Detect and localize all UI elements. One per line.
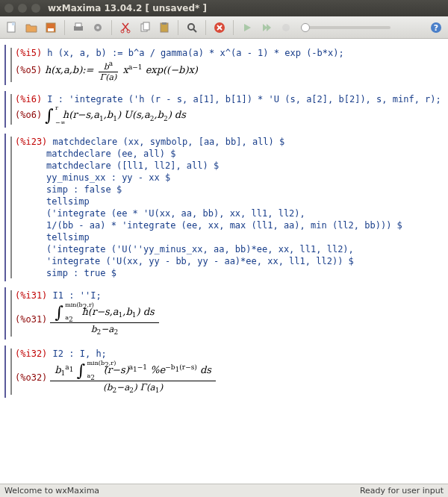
output-label: (%o5) <box>15 65 42 75</box>
svg-point-19 <box>282 24 290 31</box>
input-label: (%i23) <box>15 137 47 147</box>
cell-i23: (%i23) matchdeclare (xx, symbolp, [aa, b… <box>4 134 445 281</box>
output-label: (%o31) <box>15 314 47 325</box>
print-button[interactable] <box>69 19 87 37</box>
input-code[interactable]: I2 : I, h; <box>53 348 107 359</box>
new-file-button[interactable] <box>3 19 21 37</box>
toolbar-separator <box>178 20 178 35</box>
main-toolbar: ? <box>0 16 448 39</box>
window-titlebar: wxMaxima 13.04.2 [ unsaved* ] <box>0 0 448 16</box>
svg-rect-5 <box>75 23 81 27</box>
maximize-icon[interactable] <box>31 4 40 13</box>
input-code[interactable]: tellsimp <box>46 196 90 207</box>
save-file-button[interactable] <box>42 19 60 37</box>
window-controls <box>4 4 40 13</box>
input-code[interactable]: 1/(bb - aa) * 'integrate (ee, xx, max (l… <box>46 220 402 231</box>
toolbar-separator <box>233 20 234 35</box>
stop-button[interactable] <box>211 19 228 37</box>
worksheet-area[interactable]: (%i5) h (x, a, b) := b^a / gamma(a) * x^… <box>0 39 448 484</box>
toolbar-separator <box>111 20 112 35</box>
input-label: (%i31) <box>15 290 47 301</box>
cell-i6: (%i6) I : 'integrate ('h (r - s, a[1], b… <box>4 91 445 128</box>
copy-button[interactable] <box>136 19 154 37</box>
input-code[interactable]: ('integrate ('U(''yy_minus_xx, aa, bb)*e… <box>46 244 354 254</box>
help-button[interactable]: ? <box>427 19 445 37</box>
animation-slider[interactable] <box>301 26 391 29</box>
output-math: h(x,a,b):= baΓ(a) xa−1 exp((−b)x) <box>45 64 198 75</box>
input-label: (%i32) <box>15 348 47 359</box>
svg-line-15 <box>193 29 196 32</box>
svg-text:?: ? <box>434 23 438 33</box>
close-icon[interactable] <box>4 4 13 13</box>
input-code[interactable]: matchdeclare ([ll1, ll2], all) $ <box>46 160 219 171</box>
input-code[interactable]: tellsimp <box>46 232 90 243</box>
play-all-button[interactable] <box>258 19 276 37</box>
cell-i5: (%i5) h (x, a, b) := b^a / gamma(a) * x^… <box>4 45 445 85</box>
svg-rect-3 <box>48 28 54 31</box>
svg-point-7 <box>96 26 99 29</box>
input-label: (%i6) <box>15 94 42 104</box>
input-code[interactable]: I : 'integrate ('h (r - s, a[1], b[1]) *… <box>47 94 441 104</box>
window-title: wxMaxima 13.04.2 [ unsaved* ] <box>48 3 207 13</box>
input-code[interactable]: ('integrate (ee * 'U(xx, aa, bb), xx, ll… <box>46 208 305 219</box>
input-code[interactable]: h (x, a, b) := b^a / gamma(a) * x^(a - 1… <box>47 48 343 58</box>
svg-rect-13 <box>162 22 167 25</box>
find-button[interactable] <box>183 19 201 37</box>
output-label: (%o6) <box>15 110 42 120</box>
cell-i32: (%i32) I2 : I, h; (%o32) b1a1 min(b2,r)∫… <box>4 346 445 398</box>
output-math: b1a1 min(b2,r)∫a2 (r−s)a1−1 %e−b1(r−s) d… <box>50 372 216 383</box>
cell-i31: (%i31) I1 : ''I; (%o31) min(b2,r)∫a2 h(r… <box>4 287 445 340</box>
input-code[interactable]: simp : false $ <box>46 184 122 195</box>
open-file-button[interactable] <box>22 19 40 37</box>
status-right: Ready for user input <box>360 486 444 496</box>
output-math: min(b2,r)∫a2 h(r−s,a1,b1) ds b2−a2 <box>50 313 159 324</box>
status-left: Welcome to wxMaxima <box>4 486 99 496</box>
cut-button[interactable] <box>116 19 134 37</box>
anim-start-icon[interactable] <box>277 19 295 37</box>
status-bar: Welcome to wxMaxima Ready for user input <box>0 484 448 497</box>
svg-point-14 <box>188 24 194 30</box>
settings-button[interactable] <box>89 19 107 37</box>
minimize-icon[interactable] <box>18 4 27 13</box>
svg-rect-11 <box>143 22 149 30</box>
input-code[interactable]: matchdeclare (ee, all) $ <box>46 149 175 159</box>
input-code[interactable]: simp : true $ <box>46 268 116 278</box>
input-code[interactable]: I1 : ''I; <box>53 290 102 301</box>
svg-rect-1 <box>12 22 15 25</box>
input-code[interactable]: yy_minus_xx : yy - xx $ <box>46 172 170 183</box>
input-code[interactable]: 'integrate ('U(xx, yy - bb, yy - aa)*ee,… <box>46 256 354 266</box>
toolbar-separator <box>205 20 206 35</box>
toolbar-separator <box>64 20 65 35</box>
play-button[interactable] <box>238 19 256 37</box>
input-label: (%i5) <box>15 48 42 58</box>
paste-button[interactable] <box>155 19 173 37</box>
output-label: (%o32) <box>15 372 47 383</box>
output-math: r∫−∞ h(r−s,a1,b1) U(s,a2,b2) ds <box>45 109 186 120</box>
input-code[interactable]: matchdeclare (xx, symbolp, [aa, bb], all… <box>53 137 285 147</box>
